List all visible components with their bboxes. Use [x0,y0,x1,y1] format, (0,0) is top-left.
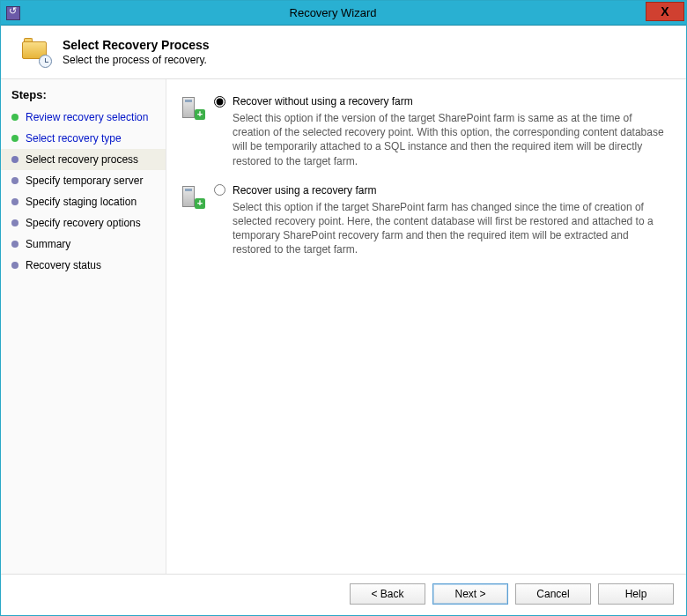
steps-sidebar: Steps: Review recovery selection Select … [1,79,166,574]
option-label[interactable]: Recover using a recovery farm [233,184,376,197]
bullet-pending-icon [11,241,18,248]
main-panel: + Recover without using a recovery farm … [166,79,686,574]
back-button[interactable]: < Back [350,583,425,605]
bullet-pending-icon [11,262,18,269]
step-label: Select recovery type [26,132,122,145]
bullet-pending-icon [11,198,18,205]
cancel-button[interactable]: Cancel [515,583,591,605]
page-title: Select Recovery Process [63,38,210,52]
step-specify-staging-location[interactable]: Specify staging location [1,191,166,212]
step-review-recovery-selection[interactable]: Review recovery selection [1,107,166,128]
radio-recover-without-farm[interactable] [214,96,225,108]
bullet-pending-icon [11,177,18,184]
option-recover-with-farm: + Recover using a recovery farm Select t… [179,184,669,257]
wizard-header: Select Recovery Process Select the proce… [1,26,686,79]
server-add-icon: + [179,97,203,118]
option-description: Select this option if the target SharePo… [214,200,669,257]
step-label: Specify recovery options [26,217,141,229]
step-summary[interactable]: Summary [1,234,166,255]
next-button[interactable]: Next > [432,583,508,605]
bullet-done-icon [11,135,18,142]
step-specify-temporary-server[interactable]: Specify temporary server [1,170,166,191]
button-bar: < Back Next > Cancel Help [1,574,686,615]
step-label: Review recovery selection [26,111,148,123]
folder-clock-icon [20,40,50,64]
app-icon [6,6,20,20]
titlebar: Recovery Wizard X [1,1,686,26]
step-label: Specify temporary server [26,174,143,187]
step-label: Recovery status [26,259,101,271]
window-title: Recovery Wizard [20,6,646,19]
radio-recover-with-farm[interactable] [214,184,225,196]
bullet-pending-icon [11,219,18,226]
close-button[interactable]: X [646,2,684,21]
steps-heading: Steps: [1,88,166,107]
option-label[interactable]: Recover without using a recovery farm [233,95,413,108]
bullet-done-icon [11,114,18,121]
server-add-icon: + [179,186,203,207]
step-label: Summary [26,238,70,250]
step-label: Select recovery process [26,153,138,166]
step-label: Specify staging location [26,196,137,208]
page-subtitle: Select the process of recovery. [63,54,210,66]
bullet-current-icon [11,156,18,163]
step-specify-recovery-options[interactable]: Specify recovery options [1,212,166,234]
option-recover-without-farm: + Recover without using a recovery farm … [179,95,669,168]
step-recovery-status[interactable]: Recovery status [1,255,166,276]
step-select-recovery-type[interactable]: Select recovery type [1,128,166,149]
option-description: Select this option if the version of the… [214,111,669,168]
help-button[interactable]: Help [598,583,674,605]
step-select-recovery-process[interactable]: Select recovery process [1,149,166,170]
